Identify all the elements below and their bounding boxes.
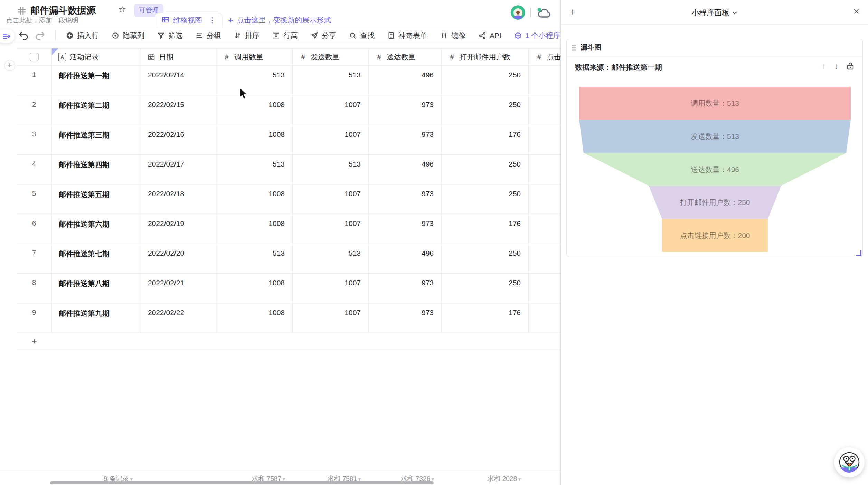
- horizontal-scrollbar[interactable]: [50, 481, 434, 484]
- cell-sent[interactable]: 1007: [293, 303, 369, 333]
- cell-date[interactable]: 2022/02/14: [141, 66, 216, 95]
- cell-activity[interactable]: 邮件推送第八期: [52, 274, 141, 303]
- cell-date[interactable]: 2022/02/18: [141, 184, 216, 214]
- expand-sidebar-button[interactable]: [0, 29, 15, 43]
- assistant-mascot[interactable]: [834, 447, 865, 477]
- cell-calls[interactable]: 1008: [216, 303, 293, 333]
- select-all-cell[interactable]: [17, 48, 52, 66]
- cell-delivered[interactable]: 973: [369, 274, 442, 303]
- cell-activity[interactable]: 邮件推送第六期: [52, 214, 141, 244]
- column-header[interactable]: #发送数量: [293, 48, 369, 66]
- cell-opened[interactable]: 250: [442, 244, 529, 274]
- cell-date[interactable]: 2022/02/20: [141, 244, 216, 274]
- cell-sent[interactable]: 513: [293, 155, 369, 184]
- cell-sent[interactable]: 1007: [293, 214, 369, 244]
- cell-delivered[interactable]: 496: [369, 66, 442, 95]
- cell-opened[interactable]: 250: [442, 95, 529, 125]
- row-number[interactable]: 4: [17, 155, 52, 184]
- move-down-icon[interactable]: ↓: [834, 61, 838, 71]
- cell-date[interactable]: 2022/02/17: [141, 155, 216, 184]
- close-panel-icon[interactable]: ×: [853, 6, 859, 17]
- drag-handle-icon[interactable]: [572, 44, 576, 51]
- row-number[interactable]: 6: [17, 214, 52, 244]
- cell-calls[interactable]: 1008: [216, 214, 293, 244]
- add-row[interactable]: +: [17, 333, 560, 349]
- cell-date[interactable]: 2022/02/15: [141, 95, 216, 125]
- row-number[interactable]: 9: [17, 303, 52, 333]
- widget-resize-handle[interactable]: [856, 250, 861, 256]
- column-header[interactable]: #调用数量: [216, 48, 293, 66]
- column-header[interactable]: #打开邮件用户数: [442, 48, 529, 66]
- row-number[interactable]: 3: [17, 125, 52, 155]
- row-number[interactable]: 7: [17, 244, 52, 274]
- redo-icon[interactable]: [35, 30, 46, 41]
- description-placeholder[interactable]: 点击此处，添加一段说明: [6, 16, 78, 25]
- cell-calls[interactable]: 513: [216, 244, 293, 274]
- toolbar-button-sort[interactable]: 排序: [234, 31, 260, 40]
- user-avatar[interactable]: [511, 5, 525, 20]
- cell-date[interactable]: 2022/02/22: [141, 303, 216, 333]
- tab-grid-view[interactable]: 维格视图 ⋮: [155, 13, 223, 27]
- column-header[interactable]: #点击链接用户数: [529, 48, 560, 66]
- cell-clicked[interactable]: [529, 274, 560, 303]
- tab-more-icon[interactable]: ⋮: [208, 16, 216, 25]
- cell-activity[interactable]: 邮件推送第九期: [52, 303, 141, 333]
- toolbar-button-insert-row[interactable]: 插入行: [66, 31, 99, 40]
- cell-date[interactable]: 2022/02/19: [141, 214, 216, 244]
- cell-activity[interactable]: 邮件推送第三期: [52, 125, 141, 155]
- cell-calls[interactable]: 1008: [216, 125, 293, 155]
- toolbar-button-api[interactable]: API: [478, 31, 501, 40]
- cell-delivered[interactable]: 973: [369, 184, 442, 214]
- widget-panel-title[interactable]: 小程序面板: [561, 8, 868, 18]
- toolbar-button-share[interactable]: 分享: [310, 31, 336, 40]
- column-header[interactable]: A活动记录: [52, 48, 141, 66]
- cell-sent[interactable]: 1007: [293, 184, 369, 214]
- undo-icon[interactable]: [18, 30, 30, 41]
- row-number[interactable]: 2: [17, 95, 52, 125]
- row-number[interactable]: 5: [17, 184, 52, 214]
- cell-clicked[interactable]: [529, 66, 560, 95]
- cell-activity[interactable]: 邮件推送第一期: [52, 66, 141, 95]
- cell-activity[interactable]: 邮件推送第五期: [52, 184, 141, 214]
- cell-delivered[interactable]: 973: [369, 214, 442, 244]
- toolbar-button-filter[interactable]: 筛选: [157, 31, 183, 40]
- cell-delivered[interactable]: 973: [369, 303, 442, 333]
- lock-icon[interactable]: [847, 62, 854, 70]
- cell-calls[interactable]: 513: [216, 155, 293, 184]
- cell-sent[interactable]: 513: [293, 66, 369, 95]
- row-number[interactable]: 1: [17, 66, 52, 95]
- cell-activity[interactable]: 邮件推送第二期: [52, 95, 141, 125]
- cell-opened[interactable]: 176: [442, 125, 529, 155]
- cell-clicked[interactable]: [529, 303, 560, 333]
- funnel-chart[interactable]: 调用数量：513发送数量：513送达数量：496打开邮件用户数：250点击链接用…: [579, 87, 851, 252]
- cell-calls[interactable]: 1008: [216, 95, 293, 125]
- cell-sent[interactable]: 513: [293, 244, 369, 274]
- add-row-plus-icon[interactable]: +: [17, 333, 52, 349]
- cell-opened[interactable]: 250: [442, 274, 529, 303]
- cell-clicked[interactable]: [529, 125, 560, 155]
- toolbar-button-find[interactable]: 查找: [349, 31, 375, 40]
- row-number[interactable]: 8: [17, 274, 52, 303]
- cell-activity[interactable]: 邮件推送第四期: [52, 155, 141, 184]
- cell-opened[interactable]: 250: [442, 66, 529, 95]
- sum-opened[interactable]: 求和 2028▾: [442, 474, 521, 483]
- cell-opened[interactable]: 176: [442, 214, 529, 244]
- cell-date[interactable]: 2022/02/16: [141, 125, 216, 155]
- toolbar-button-mirror[interactable]: 镜像: [440, 31, 466, 40]
- toolbar-button-hide-fields[interactable]: 隐藏列: [111, 31, 144, 40]
- toolbar-button-widget[interactable]: 1 个小程序: [514, 31, 560, 40]
- cell-delivered[interactable]: 973: [369, 95, 442, 125]
- cell-activity[interactable]: 邮件推送第七期: [52, 244, 141, 274]
- cell-date[interactable]: 2022/02/21: [141, 274, 216, 303]
- column-header[interactable]: #送达数量: [369, 48, 442, 66]
- cell-calls[interactable]: 513: [216, 66, 293, 95]
- cell-clicked[interactable]: [529, 214, 560, 244]
- cell-clicked[interactable]: [529, 244, 560, 274]
- cell-sent[interactable]: 1007: [293, 95, 369, 125]
- tab-add-view[interactable]: + 点击这里，变换新的展示形式: [228, 13, 331, 27]
- cell-opened[interactable]: 250: [442, 155, 529, 184]
- favorite-star-icon[interactable]: ☆: [118, 4, 126, 15]
- toolbar-button-group[interactable]: 分组: [195, 31, 221, 40]
- cell-clicked[interactable]: [529, 155, 560, 184]
- cell-sent[interactable]: 1007: [293, 125, 369, 155]
